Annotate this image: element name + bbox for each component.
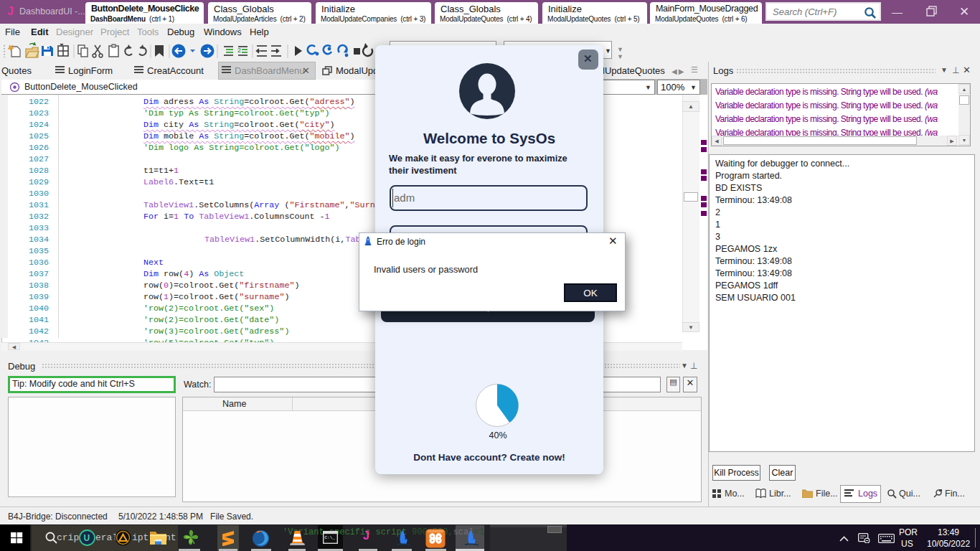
svg-text:2: 2 bbox=[237, 47, 241, 54]
svg-text:C:\_: C:\_ bbox=[325, 535, 336, 540]
svg-text:U: U bbox=[84, 533, 90, 543]
